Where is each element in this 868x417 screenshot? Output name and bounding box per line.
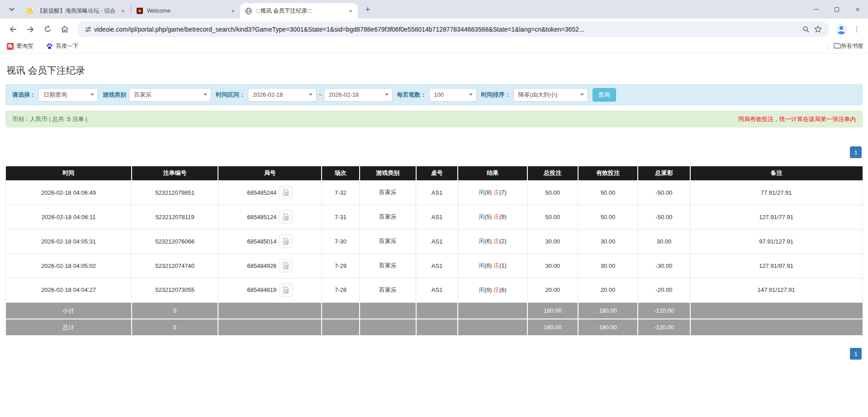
query-type-select[interactable]: 日期查询 bbox=[38, 88, 98, 102]
site-info-icon[interactable] bbox=[82, 23, 94, 35]
forward-button[interactable] bbox=[23, 22, 38, 37]
pagination-top: 1 bbox=[0, 146, 868, 158]
page-title: 视讯 会员下注纪录 bbox=[0, 53, 868, 84]
cell-remark: 77.91/27.91 bbox=[690, 180, 863, 205]
cell-remark: 127.91/97.91 bbox=[690, 253, 863, 278]
caret-down-icon bbox=[309, 94, 313, 96]
cell-result: 闲(9) 庄(6) bbox=[458, 278, 527, 302]
video-replay-button[interactable] bbox=[279, 210, 293, 224]
date-from-select[interactable]: 2026-02-18 bbox=[248, 88, 317, 102]
tab-search-button[interactable] bbox=[5, 3, 18, 16]
caret-down-icon bbox=[204, 94, 207, 96]
cell-total-bet[interactable]: 50.00 bbox=[527, 205, 578, 229]
pagination-bottom: 1 bbox=[0, 348, 868, 360]
cell-round: 685485014 bbox=[218, 229, 322, 253]
total-total-bet: 180.00 bbox=[527, 319, 578, 336]
tab-forum[interactable]: 【新提醒】海燕策略论坛 - 综合 × bbox=[22, 3, 130, 19]
tab-close-icon[interactable]: × bbox=[119, 7, 127, 14]
subtotal-row: 小计 5 180.00 180.00 -120.00 bbox=[6, 302, 863, 319]
cell-session: 7-29 bbox=[322, 253, 359, 278]
cell-time: 2026-02-18 04:06:49 bbox=[6, 180, 132, 205]
browser-menu-button[interactable]: ⋮ bbox=[850, 23, 863, 36]
header-round: 局号 bbox=[218, 166, 322, 180]
cell-valid-bet: 30.00 bbox=[578, 229, 638, 253]
cell-total-bet[interactable]: 30.00 bbox=[527, 253, 578, 278]
all-bookmarks[interactable]: 所有书签 bbox=[828, 42, 863, 51]
subtotal-count: 5 bbox=[132, 302, 218, 319]
reload-button[interactable] bbox=[40, 22, 55, 37]
cell-session: 7-31 bbox=[322, 205, 359, 229]
minimize-icon bbox=[814, 9, 819, 9]
header-payout: 总派彩 bbox=[638, 166, 690, 180]
cell-round: 685485124 bbox=[218, 205, 322, 229]
time-sort-select[interactable]: 降幂(由大到小) bbox=[513, 88, 588, 102]
table-row: 2026-02-18 04:05:31 523212076066 6854850… bbox=[6, 229, 863, 253]
header-total-bet: 总投注 bbox=[527, 166, 578, 180]
caret-down-icon bbox=[580, 94, 584, 96]
cell-remark: 127.91/77.91 bbox=[690, 205, 863, 229]
subtotal-valid-bet: 180.00 bbox=[578, 302, 638, 319]
cell-payout: -20.00 bbox=[638, 278, 690, 302]
tab-close-icon[interactable]: × bbox=[347, 7, 354, 14]
folder-icon bbox=[834, 42, 841, 51]
cell-result: 闲(6) 庄(2) bbox=[458, 229, 527, 253]
header-remark: 备注 bbox=[690, 166, 863, 180]
tab-close-icon[interactable]: × bbox=[229, 7, 237, 14]
bookmarks-divider bbox=[828, 42, 828, 51]
cell-table-no: AS1 bbox=[416, 205, 458, 229]
maximize-icon bbox=[835, 7, 839, 12]
new-tab-button[interactable]: + bbox=[361, 3, 374, 16]
filter-bar: 请选择： 日期查询 游戏类别 百家乐 时间区间： 2026-02-18 ~ 20… bbox=[5, 84, 863, 105]
minimize-button[interactable] bbox=[806, 0, 826, 19]
date-to-select[interactable]: 2026-02-18 bbox=[324, 88, 393, 102]
cell-remark: 147.91/127.91 bbox=[690, 278, 863, 302]
bookmark-star-icon[interactable] bbox=[812, 23, 824, 35]
back-button[interactable] bbox=[5, 22, 21, 37]
caret-down-icon bbox=[385, 94, 389, 96]
page-1-button[interactable]: 1 bbox=[850, 348, 862, 360]
query-button[interactable]: 查询 bbox=[593, 88, 616, 102]
tab-bet-records-active[interactable]: :::视讯 会员下注纪录::: × bbox=[240, 3, 358, 19]
cell-result: 闲(8) 庄(7) bbox=[458, 180, 527, 205]
cell-total-bet[interactable]: 20.00 bbox=[527, 278, 578, 302]
per-page-select[interactable]: 100 bbox=[429, 88, 477, 102]
video-replay-button[interactable] bbox=[279, 259, 293, 272]
cell-total-bet[interactable]: 50.00 bbox=[527, 180, 578, 205]
cell-bet-id: 523212079851 bbox=[132, 180, 218, 205]
video-replay-button[interactable] bbox=[279, 186, 293, 199]
home-button[interactable] bbox=[57, 22, 72, 37]
bookmark-baidu[interactable]: 百度一下 bbox=[44, 41, 81, 52]
zoom-icon[interactable] bbox=[800, 23, 812, 35]
globe-icon bbox=[245, 7, 252, 14]
game-type-select[interactable]: 百家乐 bbox=[129, 88, 211, 102]
select-type-label: 请选择： bbox=[12, 91, 36, 99]
video-replay-button[interactable] bbox=[279, 234, 293, 248]
tab-welcome[interactable]: Welcome × bbox=[132, 3, 240, 19]
cell-payout: -50.00 bbox=[638, 180, 690, 205]
forward-arrow-icon bbox=[26, 26, 34, 33]
bookmark-taobao[interactable]: 淘 爱淘宝 bbox=[5, 41, 35, 52]
maximize-button[interactable] bbox=[826, 0, 847, 19]
profile-button[interactable] bbox=[835, 23, 848, 36]
total-count: 5 bbox=[132, 319, 218, 336]
baidu-paw-icon bbox=[46, 43, 53, 50]
cell-session: 7-32 bbox=[322, 180, 359, 205]
video-replay-button[interactable] bbox=[279, 283, 293, 297]
close-button[interactable]: × bbox=[847, 0, 868, 19]
cell-table-no: AS1 bbox=[416, 278, 458, 302]
bookmark-label: 百度一下 bbox=[56, 42, 79, 50]
header-result: 结果 bbox=[458, 166, 527, 180]
table-row: 2026-02-18 04:06:11 523212078119 6854851… bbox=[6, 205, 863, 229]
per-page-label: 每页笔数： bbox=[397, 91, 427, 99]
cell-payout: 30.00 bbox=[638, 229, 690, 253]
page-1-button[interactable]: 1 bbox=[850, 146, 862, 158]
cell-time: 2026-02-18 04:06:11 bbox=[6, 205, 132, 229]
bookmark-label: 爱淘宝 bbox=[16, 42, 33, 50]
cell-total-bet[interactable]: 30.00 bbox=[527, 229, 578, 253]
url-text[interactable]: videoie.com/ipl/portal.php/game/betrecor… bbox=[94, 26, 800, 33]
address-bar[interactable]: videoie.com/ipl/portal.php/game/betrecor… bbox=[77, 22, 829, 37]
all-bookmarks-label: 所有书签 bbox=[841, 42, 863, 50]
welcome-favicon-icon bbox=[136, 7, 143, 14]
tab-title: Welcome bbox=[147, 8, 227, 14]
header-table-no: 桌号 bbox=[416, 166, 458, 180]
